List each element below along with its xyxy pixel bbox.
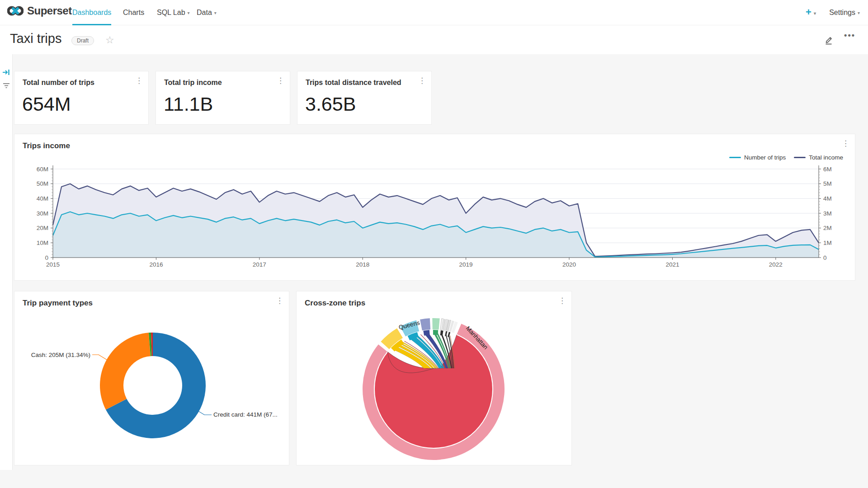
caret-down-icon: ▾: [214, 0, 217, 26]
page-title: Taxi trips: [10, 31, 61, 46]
svg-text:30M: 30M: [37, 210, 48, 217]
svg-text:2018: 2018: [356, 261, 369, 268]
trips-income-card: Trips income ⋮ Number of trips Total inc…: [14, 134, 855, 281]
filter-bar-collapsed: [0, 54, 13, 470]
kpi-title: Trips total distance traveled: [306, 79, 401, 87]
svg-text:2019: 2019: [459, 261, 473, 268]
svg-text:3M: 3M: [823, 210, 832, 217]
expand-filter-bar-button[interactable]: [2, 69, 10, 78]
kpi-title: Total trip income: [164, 79, 222, 87]
svg-text:0: 0: [823, 254, 827, 261]
plus-icon: +: [806, 6, 811, 18]
svg-text:40M: 40M: [37, 195, 48, 202]
dashboard-body: Total number of trips ⋮ 654M Total trip …: [0, 54, 868, 488]
svg-text:5M: 5M: [823, 180, 832, 187]
payment-types-card: Trip payment types ⋮ Cash: 205M (31.34%)…: [14, 291, 289, 465]
svg-text:60M: 60M: [37, 166, 48, 173]
cross-zone-chord-chart[interactable]: ManhattanQueens: [297, 291, 572, 466]
svg-text:4M: 4M: [823, 195, 832, 202]
svg-text:2015: 2015: [46, 261, 60, 268]
svg-text:Cash: 205M (31.34%): Cash: 205M (31.34%): [31, 352, 90, 358]
svg-text:10M: 10M: [37, 239, 48, 246]
svg-text:2016: 2016: [149, 261, 163, 268]
kebab-menu-icon[interactable]: ⋮: [277, 77, 284, 84]
svg-text:1M: 1M: [823, 239, 832, 246]
svg-text:2017: 2017: [253, 261, 266, 268]
svg-text:Credit card: 441M (67...: Credit card: 441M (67...: [213, 411, 278, 418]
dashboard-header: Taxi trips Draft ☆ •••: [0, 25, 868, 54]
edit-dashboard-button[interactable]: [824, 34, 835, 47]
ellipsis-icon: •••: [844, 31, 855, 40]
svg-text:50M: 50M: [37, 180, 48, 187]
svg-text:20M: 20M: [37, 225, 48, 231]
superset-infinity-icon: [7, 5, 24, 16]
kpi-card-total-distance: Trips total distance traveled ⋮ 3.65B: [297, 71, 432, 125]
cross-zone-trips-card: Cross-zone trips ⋮ ManhattanQueens: [296, 291, 572, 465]
svg-text:2022: 2022: [769, 261, 783, 268]
favorite-star-icon[interactable]: ☆: [105, 34, 114, 46]
caret-down-icon: ▾: [858, 0, 860, 26]
brand-name: Superset: [27, 5, 72, 17]
nav-item-dashboards[interactable]: Dashboards: [72, 0, 111, 25]
nav-item-data[interactable]: Data▾: [197, 0, 217, 25]
trips-income-line-chart[interactable]: 0010M1M20M2M30M3M40M4M50M5M60M6M20152016…: [14, 134, 856, 281]
svg-text:2M: 2M: [823, 225, 832, 231]
nav-item-charts[interactable]: Charts: [123, 0, 144, 25]
top-nav: Superset Dashboards Charts SQL Lab▾ Data…: [0, 0, 868, 25]
kebab-menu-icon[interactable]: ⋮: [135, 77, 143, 84]
caret-down-icon: ▾: [188, 0, 190, 26]
filter-funnel-icon[interactable]: [2, 82, 10, 91]
svg-text:0: 0: [45, 254, 48, 261]
caret-down-icon: ▾: [814, 1, 816, 26]
pencil-icon: [824, 34, 835, 45]
kpi-card-trip-income: Total trip income ⋮ 11.1B: [156, 71, 290, 125]
kpi-value: 654M: [22, 93, 71, 115]
superset-logo[interactable]: Superset: [7, 5, 72, 17]
svg-text:2020: 2020: [562, 261, 576, 268]
svg-text:2021: 2021: [665, 261, 679, 268]
settings-menu[interactable]: Settings▾: [829, 0, 860, 25]
nav-item-sql-lab[interactable]: SQL Lab▾: [157, 0, 190, 25]
payment-types-donut-chart[interactable]: Cash: 205M (31.34%)Credit card: 441M (67…: [14, 291, 290, 466]
kebab-menu-icon[interactable]: ⋮: [418, 77, 426, 84]
kpi-card-total-trips: Total number of trips ⋮ 654M: [14, 71, 149, 125]
arrow-right-bar-icon: [2, 69, 10, 76]
more-options-button[interactable]: •••: [844, 31, 855, 40]
svg-text:6M: 6M: [823, 166, 832, 173]
kpi-title: Total number of trips: [23, 79, 94, 87]
status-badge: Draft: [71, 36, 94, 45]
kpi-value: 3.65B: [305, 93, 356, 115]
new-item-button[interactable]: +▾: [806, 0, 816, 25]
kpi-value: 11.1B: [164, 93, 213, 115]
